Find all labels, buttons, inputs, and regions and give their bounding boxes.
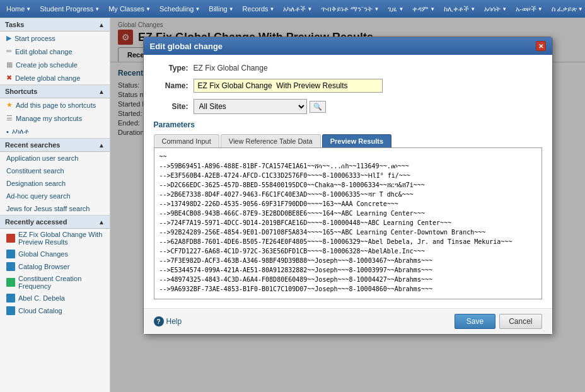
sidebar-item-constituent-creation[interactable]: Constituent Creation Frequency	[0, 273, 110, 292]
tasks-collapse-icon[interactable]: ▲	[98, 21, 105, 28]
nav-home[interactable]: Home ▼	[3, 4, 35, 14]
recent-searches-header: Recent searches ▲	[0, 138, 110, 152]
sidebar-item-app-user-search[interactable]: Application user search	[0, 152, 110, 164]
sidebar-item-add-page-shortcuts[interactable]: ★ Add this page to shortcuts	[0, 98, 110, 112]
manage-shortcuts-label: Manage my shortcuts	[16, 115, 82, 122]
inner-tab-view-reference[interactable]: View Reference Table Data	[221, 134, 321, 147]
sidebar-item-manage-shortcuts[interactable]: ☰ Manage my shortcuts	[0, 112, 110, 125]
footer-buttons: Save Cancel	[455, 314, 542, 329]
type-row: Type: EZ Fix Global Change	[154, 64, 542, 72]
modal-footer: ? Help Save Cancel	[144, 308, 552, 334]
recently-accessed-header: Recently accessed ▲	[0, 215, 110, 229]
nav-item-7[interactable]: አ-ወዞች ▼	[512, 4, 547, 14]
shortcuts-collapse-icon[interactable]: ▲	[98, 88, 105, 95]
recently-accessed-collapse-icon[interactable]: ▲	[98, 219, 105, 226]
nav-records[interactable]: Records ▼	[239, 4, 279, 14]
create-job-schedule-icon: ▦	[6, 61, 13, 69]
app-user-search-label: Application user search	[6, 154, 78, 162]
preview-line-8: -->92B24289-256E-4854-9E01-D07108F5A834~…	[159, 228, 536, 237]
recently-accessed-label: Recently accessed	[5, 218, 67, 226]
nav-student-progress[interactable]: Student Progress ▼	[36, 4, 103, 14]
modal-close-button[interactable]: ✕	[536, 41, 546, 51]
type-value: EZ Fix Global Change	[194, 64, 268, 72]
help-link[interactable]: ? Help	[154, 316, 182, 326]
name-label: Name:	[154, 81, 188, 90]
nav-item-2[interactable]: ጥብቅይነቶ ማን⁻ንት ▼	[317, 4, 383, 14]
sidebar-item-constituent-search[interactable]: Constituent search	[0, 164, 110, 177]
nav-item-1[interactable]: አካለቶች ▼	[279, 4, 316, 14]
start-process-label: Start process	[14, 35, 55, 42]
sidebar-item-designation-search[interactable]: Designation search	[0, 177, 110, 190]
inner-tab-command-input[interactable]: Command Input	[154, 134, 219, 147]
preview-line-11: -->7F3E982D-ACF3-463B-A346-98BF49D39B88~…	[159, 256, 536, 265]
site-select[interactable]: All Sites	[194, 99, 307, 114]
constituent-creation-icon	[6, 278, 15, 287]
sidebar-item-edit-global-change[interactable]: ✏ Edit global change	[0, 45, 110, 58]
nav-item-6[interactable]: አሳሳት ▼	[480, 4, 511, 14]
save-button[interactable]: Save	[455, 314, 495, 329]
amharic-icon: •	[6, 128, 9, 135]
cloud-catalog-icon	[6, 306, 15, 315]
nav-item-4[interactable]: ቀዳም ▼	[408, 4, 439, 14]
help-icon: ?	[154, 316, 164, 326]
sidebar-item-global-changes[interactable]: Global Changes	[0, 248, 110, 260]
name-input[interactable]	[194, 79, 383, 93]
sidebar-item-ezfix[interactable]: EZ Fix Global Change With Preview Result…	[0, 229, 110, 248]
inner-tab-preview-results[interactable]: Preview Results	[322, 134, 391, 147]
site-label: Site:	[154, 102, 188, 111]
name-row: Name:	[154, 79, 542, 93]
tasks-label: Tasks	[5, 21, 24, 28]
recent-searches-label: Recent searches	[5, 141, 60, 149]
site-search-button[interactable]: 🔍	[310, 101, 326, 113]
preview-line-5: -->137498D2-226D-4535-9056-69F31F790DD0~…	[159, 199, 536, 209]
sidebar-item-start-process[interactable]: ▶ Start process	[0, 32, 110, 45]
preview-line-3: -->D2C66EDC-3625-457D-8BED-558400195DC0~…	[159, 180, 536, 190]
preview-line-1: -->59B69451-A896-488E-81BF-7CA1574E1A61~…	[159, 161, 536, 171]
catalog-browser-icon	[6, 262, 15, 271]
staff-search-label: Jews for Jesus staff search	[6, 205, 90, 212]
amharic-label: አካለቶ	[12, 127, 29, 135]
abel-debela-icon	[6, 294, 15, 303]
cloud-catalog-label: Cloud Catalog	[18, 307, 62, 314]
nav-item-5[interactable]: ከሊቀቶች ▼	[440, 4, 479, 14]
sidebar-item-amharic[interactable]: • አካለቶ	[0, 125, 110, 138]
inner-tabs: Command Input View Reference Table Data …	[154, 134, 542, 148]
constituent-search-label: Constituent search	[6, 167, 64, 175]
shortcuts-label: Shortcuts	[5, 88, 37, 95]
modal-body: Type: EZ Fix Global Change Name: Site: A…	[144, 55, 552, 308]
adhoc-search-label: Ad-hoc query search	[6, 192, 71, 200]
params-label: Parameters	[154, 120, 542, 129]
global-changes-label: Global Changes	[18, 250, 68, 258]
recent-searches-collapse-icon[interactable]: ▲	[98, 142, 105, 149]
nav-scheduling[interactable]: Scheduling ▼	[156, 4, 204, 14]
sidebar: Tasks ▲ ▶ Start process ✏ Edit global ch…	[0, 18, 110, 392]
delete-global-change-label: Delete global change	[15, 74, 80, 82]
help-label: Help	[166, 317, 182, 326]
preview-line-9: -->62A8FDB8-7601-4DE6-B505-7E264E0F4805~…	[159, 237, 536, 246]
manage-shortcuts-icon: ☰	[6, 114, 13, 122]
sidebar-item-create-job-schedule[interactable]: ▦ Create job schedule	[0, 58, 110, 71]
sidebar-item-delete-global-change[interactable]: ✖ Delete global change	[0, 71, 110, 84]
top-nav: Home ▼ Student Progress ▼ My Classes ▼ S…	[0, 0, 585, 18]
preview-results-area[interactable]: ~~ -->59B69451-A896-488E-81BF-7CA1574E1A…	[154, 148, 542, 299]
designation-search-label: Designation search	[6, 180, 66, 187]
sidebar-item-adhoc-search[interactable]: Ad-hoc query search	[0, 190, 110, 202]
preview-line-13: -->48974325-4843-4C3D-A6A4-F08D80E60489~…	[159, 275, 536, 284]
sidebar-item-catalog-browser[interactable]: Catalog Browser	[0, 260, 110, 273]
nav-item-8[interactable]: ስ ፈቃይጽ ▼	[548, 4, 585, 14]
nav-billing[interactable]: Billing ▼	[205, 4, 237, 14]
ezfix-label: EZ Fix Global Change With Preview Result…	[18, 231, 103, 246]
edit-global-change-modal: Edit global change ✕ Type: EZ Fix Global…	[143, 37, 553, 335]
sidebar-item-staff-search[interactable]: Jews for Jesus staff search	[0, 202, 110, 215]
nav-item-3[interactable]: ጊዜ ▼	[384, 4, 407, 14]
nav-my-classes[interactable]: My Classes ▼	[105, 4, 154, 14]
sidebar-item-abel-debela[interactable]: Abel C. Debela	[0, 292, 110, 304]
modal-header: Edit global change ✕	[144, 37, 552, 55]
cancel-button[interactable]: Cancel	[499, 314, 542, 329]
preview-line-6: -->9BE4CB08-943B-466C-87E9-3E2BDD0BE8E6~…	[159, 209, 536, 218]
preview-line-0: ~~	[159, 152, 536, 161]
start-process-icon: ▶	[6, 34, 11, 42]
sidebar-item-cloud-catalog[interactable]: Cloud Catalog	[0, 304, 110, 317]
site-select-row: All Sites 🔍	[194, 99, 326, 114]
create-job-schedule-label: Create job schedule	[16, 61, 78, 69]
